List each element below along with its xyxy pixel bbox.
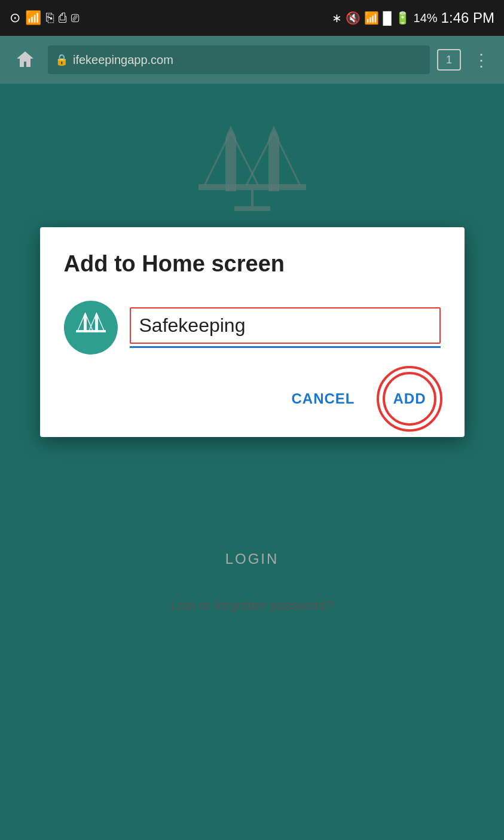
add-button[interactable]: ADD — [379, 378, 441, 419]
svg-rect-12 — [95, 316, 98, 332]
bg-content: Add to Home screen — [40, 239, 465, 613]
svg-rect-10 — [234, 206, 270, 211]
dialog-title: Add to Home screen — [64, 251, 441, 277]
home-button[interactable] — [10, 44, 41, 75]
browser-menu-button[interactable]: ⋮ — [468, 45, 494, 75]
signal2-icon: █ — [383, 11, 391, 25]
screen-icon: ⎙ — [59, 10, 66, 26]
dialog-overlay: Add to Home screen — [40, 239, 465, 613]
dialog-actions: CANCEL ADD — [64, 378, 441, 419]
lock-icon: 🔒 — [55, 53, 68, 66]
main-content: Add to Home screen — [0, 84, 504, 840]
svg-rect-11 — [84, 316, 87, 332]
status-bar-right: ∗ 🔇 📶 █ 🔋 14% 1:46 PM — [332, 10, 494, 26]
cancel-button[interactable]: CANCEL — [292, 390, 355, 407]
svg-rect-0 — [225, 138, 236, 191]
logo-area — [0, 84, 504, 239]
mute-icon: 🔇 — [346, 11, 361, 25]
app-icon — [64, 301, 118, 355]
bluetooth-icon: ∗ — [332, 11, 342, 25]
wifi-icon: 📶 — [25, 10, 41, 26]
svg-rect-19 — [76, 330, 106, 332]
bridge-logo-large — [193, 120, 312, 215]
signal-icon: ⎚ — [71, 10, 79, 26]
image-icon: ⎘ — [46, 10, 54, 26]
svg-rect-8 — [198, 184, 306, 190]
status-bar: ⊙ 📶 ⎘ ⎙ ⎚ ∗ 🔇 📶 █ 🔋 14% 1:46 PM — [0, 0, 504, 36]
svg-rect-1 — [268, 138, 279, 191]
wifi2-icon: 📶 — [364, 11, 379, 25]
app-name-input[interactable] — [130, 307, 441, 344]
app-name-input-wrapper — [130, 307, 441, 348]
browser-bar: 🔒 ifekeepingapp.com 1 ⋮ — [0, 36, 504, 84]
tab-count-button[interactable]: 1 — [437, 49, 461, 71]
url-text: ifekeepingapp.com — [73, 53, 173, 67]
add-btn-wrapper: ADD — [379, 378, 441, 419]
input-underline — [130, 346, 441, 348]
battery-icon: 🔋 — [395, 11, 410, 25]
status-time: 1:46 PM — [441, 10, 494, 26]
content-wrapper: Add to Home screen — [0, 84, 504, 613]
battery-percent: 14% — [414, 11, 438, 25]
status-bar-left: ⊙ 📶 ⎘ ⎙ ⎚ — [10, 10, 79, 26]
add-to-home-dialog: Add to Home screen — [40, 227, 465, 437]
dialog-input-row — [64, 301, 441, 355]
wechat-icon: ⊙ — [10, 10, 20, 26]
address-bar[interactable]: 🔒 ifekeepingapp.com — [48, 45, 430, 74]
tab-number: 1 — [446, 54, 452, 66]
